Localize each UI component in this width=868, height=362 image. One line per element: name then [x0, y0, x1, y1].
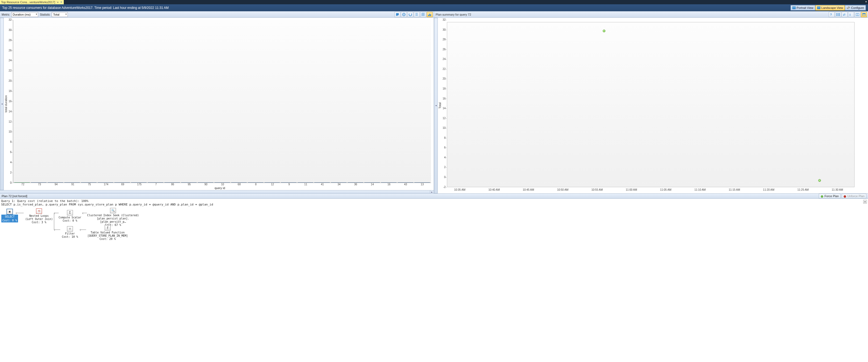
execution-plan[interactable]: ▦ SELECT Cost: 0 % ⟲ Nested Loops (Left …: [0, 207, 868, 362]
bar-86[interactable]: [164, 182, 180, 183]
panes-button[interactable]: [855, 12, 861, 17]
bar-41[interactable]: [314, 182, 330, 183]
bar-95[interactable]: [181, 182, 197, 183]
bar-75[interactable]: [81, 182, 97, 183]
bars-container: [13, 20, 431, 183]
bar-90[interactable]: [198, 182, 213, 183]
sql-line2: SELECT p.is_forced_plan, p.query_plan FR…: [1, 203, 867, 206]
node-tvf[interactable]: ƒ Table Valued Function [QUERY_STORE_PLA…: [86, 225, 129, 241]
refresh-button[interactable]: [395, 12, 400, 17]
bar-16[interactable]: [381, 182, 397, 183]
arrow: [80, 229, 86, 230]
portrait-view-button[interactable]: Portrait View: [790, 5, 815, 10]
scatter-plot-area: [447, 22, 855, 187]
tab-overflow-icon[interactable]: ▾: [864, 0, 868, 4]
bar-13[interactable]: [414, 182, 430, 183]
bar-10[interactable]: [214, 182, 230, 183]
y-axis-label: total duration: [4, 18, 8, 190]
track-query-button[interactable]: [407, 12, 413, 17]
auto-refresh-button[interactable]: [401, 12, 407, 17]
bar-43[interactable]: [398, 182, 413, 183]
bar-73[interactable]: [31, 182, 46, 183]
bar-68[interactable]: [231, 182, 247, 183]
force-label: Force Plan: [825, 194, 839, 198]
tree-button[interactable]: [835, 12, 841, 17]
select-cost: Cost: 0 %: [2, 219, 18, 222]
scatter-y-label: Total: [438, 18, 442, 193]
scatter-point[interactable]: [603, 30, 606, 32]
analysis-button[interactable]: [848, 12, 854, 17]
details-icon: [862, 13, 866, 16]
bar-175[interactable]: [131, 182, 147, 183]
bar-34[interactable]: [331, 182, 346, 183]
tvf-icon: ƒ: [105, 225, 111, 230]
plan-title: Plan 72 [not forced]: [2, 194, 27, 198]
bar-chart-icon: [428, 13, 431, 16]
compare-icon: [843, 13, 846, 16]
nested-loops-line1: Nested Loops: [24, 215, 54, 218]
details-button[interactable]: [861, 12, 867, 17]
node-nested-loops[interactable]: ⟲ Nested Loops (Left Outer Join) Cost: 3…: [24, 208, 54, 224]
bar-8[interactable]: [248, 182, 264, 183]
bar-11[interactable]: [298, 182, 313, 183]
horizontal-scroll-strip: ▸: [0, 190, 434, 193]
bar-36[interactable]: [348, 182, 363, 183]
target-icon: [402, 13, 405, 16]
compute-scalar-line1: Compute Scalar: [58, 216, 82, 219]
list-view-button[interactable]: [414, 12, 420, 17]
right-pane: Plan summary for query 72 ◂ Total 32-: [434, 11, 868, 193]
bar-12[interactable]: [265, 182, 280, 183]
bar-9[interactable]: [281, 182, 297, 183]
bar-72[interactable]: [14, 182, 30, 183]
node-compute-scalar[interactable]: Σ Compute Scalar Cost: 0 %: [58, 210, 82, 222]
help-button[interactable]: [829, 12, 835, 17]
document-tab[interactable]: Top Resource Cons...ventureWorks2017] ⇲ …: [0, 0, 64, 4]
header-band: Top 25 resource consumers for database A…: [0, 4, 868, 11]
force-plan-button[interactable]: Force Plan: [819, 194, 841, 198]
filter-icon: ▽: [67, 226, 73, 232]
force-icon: [820, 194, 823, 198]
bar-69[interactable]: [114, 182, 130, 183]
metric-select[interactable]: [11, 12, 38, 17]
configure-button[interactable]: Configure: [845, 5, 866, 10]
chart-view-button[interactable]: [427, 12, 433, 17]
compare-button[interactable]: [842, 12, 847, 17]
bar-chart[interactable]: total duration 32-30-28-26-24-22-20-18-1…: [4, 18, 434, 190]
bar-7[interactable]: [148, 182, 163, 183]
node-cix-seek[interactable]: 🔍 Clustered Index Seek (Clustered) [plan…: [86, 208, 140, 227]
grid-view-button[interactable]: [420, 12, 426, 17]
x-axis-label: query id: [9, 186, 431, 190]
bar-91[interactable]: [64, 182, 80, 183]
right-toolbar: Plan summary for query 72: [434, 11, 868, 18]
compute-scalar-cost: Cost: 0 %: [58, 219, 82, 222]
right-scroll-left-button[interactable]: ◂: [434, 18, 438, 193]
landscape-view-button[interactable]: Landscape View: [815, 5, 845, 10]
nested-loops-line2: (Left Outer Join): [24, 218, 54, 221]
scatter-chart[interactable]: Total 32-30-28-26-24-22-20-18-16-14-12-1…: [438, 18, 868, 193]
statistic-select[interactable]: [52, 12, 68, 17]
bar-174[interactable]: [98, 182, 113, 183]
portrait-label: Portrait View: [797, 6, 813, 9]
scroll-left-button[interactable]: ◂: [0, 18, 4, 190]
report-title: Top 25 resource consumers for database A…: [2, 6, 169, 10]
close-icon[interactable]: ✕: [60, 1, 63, 3]
unforce-label: Unforce Plan: [847, 194, 865, 198]
compute-scalar-icon: Σ: [67, 210, 73, 216]
pin-icon[interactable]: ⇲: [56, 1, 59, 3]
cix-line2: [plan_persist_plan].[plan_persist_p…: [86, 217, 140, 224]
left-pane: Metric Statistic ◂ total duration: [0, 11, 434, 193]
grid-icon: [422, 13, 425, 16]
node-select[interactable]: ▦ SELECT Cost: 0 %: [2, 209, 18, 223]
table-icon: ▦: [7, 209, 13, 215]
sql-line1: Query 1: Query cost (relative to the bat…: [1, 199, 867, 203]
scatter-point[interactable]: [818, 179, 821, 182]
tree-icon: [837, 13, 840, 16]
scatter-y-ticks: 32-30-28-26-24-22-20-18-16-14-12-10-8-6-…: [443, 20, 447, 187]
bar-14[interactable]: [364, 182, 380, 183]
bar-94[interactable]: [48, 182, 63, 183]
copy-icon: [396, 13, 399, 16]
unforce-plan-button[interactable]: Unforce Plan: [842, 194, 866, 198]
node-filter[interactable]: ▽ Filter Cost: 10 %: [61, 226, 80, 238]
sql-scroll-down-button[interactable]: ▾: [863, 200, 867, 204]
x-ticks: 7273949175174691757869590106881291141343…: [9, 183, 431, 186]
